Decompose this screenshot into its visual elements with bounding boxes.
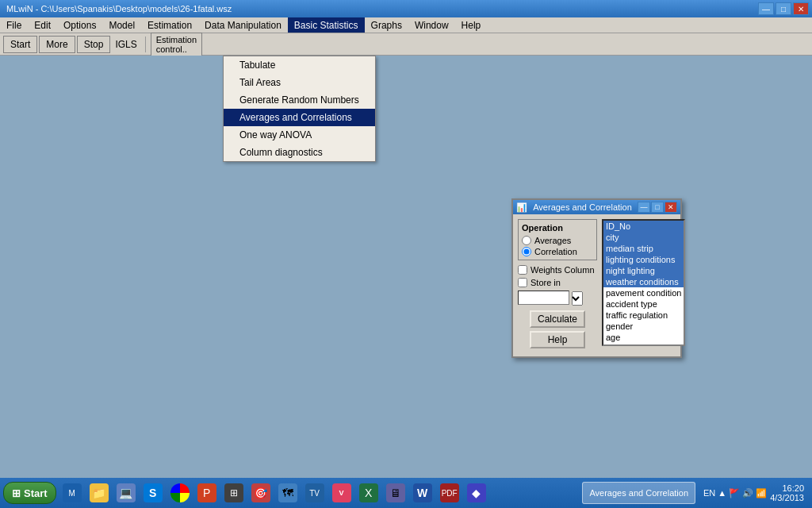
listbox-item-lighting-conditions[interactable]: lighting conditions: [603, 254, 684, 265]
menu-options[interactable]: Options: [57, 17, 102, 33]
active-item-label: Averages and Correlation: [589, 488, 688, 498]
taskbar-map-icon[interactable]: 🗺: [275, 481, 301, 505]
listbox-item-city[interactable]: city: [603, 232, 684, 243]
menu-graphs[interactable]: Graphs: [365, 17, 408, 33]
menu-help[interactable]: Help: [455, 17, 488, 33]
menu-file[interactable]: File: [0, 17, 28, 33]
menu-window[interactable]: Window: [408, 17, 455, 33]
more-button[interactable]: More: [39, 36, 75, 53]
excel-icon: X: [359, 483, 378, 502]
weights-column-checkbox[interactable]: [518, 265, 527, 275]
computer-icon: 💻: [117, 483, 136, 502]
menu-basic-statistics[interactable]: Basic Statistics: [288, 17, 365, 33]
estimation-box: Estimationcontrol..: [151, 33, 202, 56]
listbox-item-accident-type[interactable]: accident type: [603, 298, 684, 310]
dialog-left-panel: Operation Averages Correlation: [518, 219, 597, 348]
dropdown-column-diagnostics[interactable]: Column diagnostics: [224, 144, 375, 161]
taskbar-grid-icon[interactable]: ⊞: [221, 481, 247, 505]
taskbar-diamond-icon[interactable]: ◆: [464, 481, 489, 505]
dialog-minimize[interactable]: —: [638, 202, 650, 213]
dialog-buttons: Calculate Help: [518, 310, 597, 348]
taskbar-computer-icon[interactable]: 💻: [113, 481, 139, 505]
dropdown-tabulate[interactable]: Tabulate: [224, 56, 375, 74]
taskbar-folder-icon[interactable]: 📁: [86, 481, 112, 505]
averages-correlation-dialog: 📊 Averages and Correlation — □ ✕ Operati…: [511, 198, 682, 358]
taskbar-target-icon[interactable]: 🎯: [248, 481, 274, 505]
radio-correlation-text: Correlation: [534, 247, 577, 256]
windows-logo-icon: ⊞: [12, 487, 21, 499]
radio-averages-text: Averages: [534, 236, 571, 245]
taskbar-skype-icon[interactable]: S: [140, 481, 166, 505]
start-button[interactable]: Start: [3, 36, 37, 53]
listbox-item-gender[interactable]: gender: [603, 321, 684, 332]
dropdown-averages-correlations[interactable]: Averages and Correlations: [224, 109, 375, 126]
radio-correlation[interactable]: [522, 247, 531, 256]
close-button[interactable]: ✕: [793, 2, 809, 15]
radio-averages[interactable]: [522, 236, 531, 245]
maximize-button[interactable]: □: [776, 2, 791, 15]
operation-section: Operation Averages Correlation: [518, 219, 597, 260]
dialog-close[interactable]: ✕: [665, 202, 677, 213]
radio-correlation-label[interactable]: Correlation: [522, 247, 593, 256]
store-in-dropdown[interactable]: [572, 291, 583, 306]
weights-column-text: Weights Column: [530, 265, 595, 275]
menu-estimation[interactable]: Estimation: [141, 17, 198, 33]
grid-icon: ⊞: [224, 483, 243, 502]
start-button[interactable]: ⊞ Start: [3, 482, 56, 504]
dropdown-tail-areas[interactable]: Tail Areas: [224, 74, 375, 91]
store-in-checkbox[interactable]: [518, 278, 527, 287]
minimize-button[interactable]: —: [758, 2, 774, 15]
stop-button[interactable]: Stop: [77, 36, 111, 53]
skype-icon: S: [144, 483, 163, 502]
taskbar-tray: EN ▲ 🚩 🔊 📶 16:20 4/3/2013: [699, 483, 809, 502]
listbox-item-median-strip[interactable]: median strip: [603, 243, 684, 254]
taskbar-mlwin-icon[interactable]: M: [59, 481, 85, 505]
dropdown-generate-random[interactable]: Generate Random Numbers: [224, 91, 375, 109]
listbox-item-traffic-unit-type[interactable]: traffic unit type: [603, 343, 684, 346]
word-icon: W: [413, 483, 432, 502]
taskbar-monitor-icon[interactable]: 🖥: [383, 481, 408, 505]
dialog-maximize[interactable]: □: [651, 202, 664, 213]
radio-averages-label[interactable]: Averages: [522, 236, 593, 245]
menu-data-manipulation[interactable]: Data Manipulation: [198, 17, 288, 33]
variable-listbox[interactable]: ID_No city median strip lighting conditi…: [602, 219, 685, 346]
store-in-input[interactable]: [518, 291, 569, 305]
listbox-item-id-no[interactable]: ID_No: [603, 221, 684, 232]
listbox-item-traffic-regulation[interactable]: traffic regulation: [603, 310, 684, 321]
listbox-item-night-lighting[interactable]: night lighting: [603, 265, 684, 276]
menu-bar: File Edit Options Model Estimation Data …: [0, 17, 812, 33]
taskbar-word-icon[interactable]: W: [410, 481, 435, 505]
taskbar-excel-icon[interactable]: X: [356, 481, 381, 505]
radio-group: Averages Correlation: [522, 236, 593, 256]
taskbar-chrome-icon[interactable]: [167, 481, 193, 505]
taskbar: ⊞ Start M 📁 💻 S P ⊞ 🎯 🗺 TV: [0, 478, 812, 508]
menu-edit[interactable]: Edit: [28, 17, 57, 33]
taskbar-apps: M 📁 💻 S P ⊞ 🎯 🗺 TV V: [59, 481, 580, 505]
window-title: MLwiN - C:\Users\Spanakis\Desktop\models…: [3, 4, 232, 13]
viva-icon: V: [332, 483, 351, 502]
listbox-item-weather-conditions[interactable]: weather conditions: [603, 276, 684, 287]
dialog-controls: — □ ✕: [638, 202, 677, 213]
weights-column-label[interactable]: Weights Column: [518, 265, 597, 275]
taskbar-pdf-icon[interactable]: PDF: [437, 481, 462, 505]
dialog-titlebar: 📊 Averages and Correlation — □ ✕: [513, 200, 680, 214]
listbox-item-age[interactable]: age: [603, 332, 684, 343]
mlwin-icon: M: [63, 483, 82, 502]
teamviewer-icon: TV: [305, 483, 324, 502]
store-in-label[interactable]: Store in: [518, 278, 597, 287]
pdf-icon: PDF: [440, 483, 459, 502]
main-area: Tabulate Tail Areas Generate Random Numb…: [0, 56, 812, 491]
taskbar-viva-icon[interactable]: V: [329, 481, 354, 505]
taskbar-active-averages[interactable]: Averages and Correlation: [582, 482, 695, 504]
help-button[interactable]: Help: [530, 331, 585, 348]
dropdown-one-way-anova[interactable]: One way ANOVA: [224, 126, 375, 144]
taskbar-powerpoint-icon[interactable]: P: [194, 481, 220, 505]
listbox-item-pavement-condition[interactable]: pavement condition: [603, 287, 684, 298]
diamond-icon: ◆: [467, 483, 486, 502]
calculate-button[interactable]: Calculate: [530, 310, 585, 328]
map-icon: 🗺: [278, 483, 297, 502]
arrow-icon: ▲: [718, 488, 726, 498]
menu-model[interactable]: Model: [102, 17, 141, 33]
start-label: Start: [24, 487, 48, 499]
taskbar-teamviewer-icon[interactable]: TV: [302, 481, 327, 505]
